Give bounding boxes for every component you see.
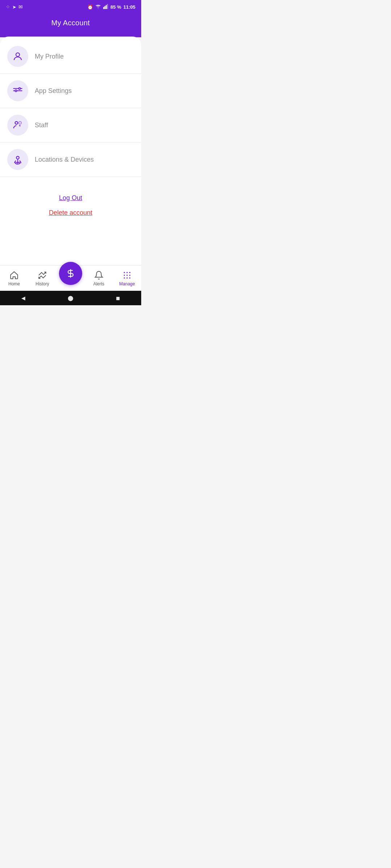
svg-point-16	[124, 272, 125, 273]
wifi-icon	[95, 4, 101, 10]
page-header: My Account	[0, 13, 141, 37]
pay-fab-button[interactable]	[59, 262, 82, 285]
staff-icon	[12, 120, 23, 131]
nav-label-alerts: Alerts	[93, 281, 105, 286]
action-buttons: Log Out Delete account	[0, 180, 141, 224]
menu-item-staff[interactable]: Staff	[0, 108, 141, 142]
svg-point-19	[124, 275, 125, 276]
logout-button[interactable]: Log Out	[59, 194, 82, 202]
menu-item-locations-devices[interactable]: Locations & Devices	[0, 142, 141, 177]
nav-label-manage: Manage	[119, 281, 135, 286]
svg-rect-2	[106, 5, 107, 9]
nav-item-home[interactable]: Home	[3, 271, 26, 286]
location-icon-circle	[7, 149, 28, 170]
bottom-nav: Home History Alerts	[0, 265, 141, 291]
svg-point-5	[15, 90, 17, 92]
svg-point-11	[15, 122, 18, 124]
send-icon: ➤	[12, 4, 16, 10]
nav-label-home: Home	[8, 281, 20, 286]
svg-point-4	[16, 53, 20, 56]
manage-icon	[122, 271, 132, 280]
battery-text: 85 %	[110, 4, 121, 10]
svg-rect-1	[105, 6, 106, 9]
menu-label-locations-devices: Locations & Devices	[35, 156, 94, 163]
svg-point-22	[124, 277, 125, 278]
svg-rect-0	[103, 7, 104, 9]
nav-item-manage[interactable]: Manage	[115, 271, 139, 286]
time-text: 11:05	[123, 4, 135, 10]
menu-item-app-settings[interactable]: App Settings	[0, 74, 141, 108]
back-button[interactable]: ◀	[21, 295, 25, 301]
svg-rect-3	[107, 4, 108, 9]
settings-icon	[12, 85, 23, 96]
grid-icon: ⁘	[6, 4, 10, 10]
profile-icon	[12, 51, 23, 62]
svg-point-17	[126, 272, 127, 273]
recents-button[interactable]: ◼	[116, 295, 120, 301]
nav-item-history[interactable]: History	[31, 271, 54, 286]
main-content: My Profile App Settings	[0, 37, 141, 282]
menu-label-my-profile: My Profile	[35, 53, 64, 60]
home-icon	[9, 271, 19, 280]
nav-item-pay[interactable]	[59, 262, 82, 288]
history-arrows-icon	[38, 271, 47, 280]
status-right-area: ⏰ 85 % 11:05	[87, 4, 135, 10]
delete-account-button[interactable]: Delete account	[49, 209, 92, 217]
menu-label-staff: Staff	[35, 122, 48, 129]
status-bar: ⁘ ➤ ✉ ⏰ 85 % 11:05	[0, 0, 141, 13]
svg-point-24	[129, 277, 130, 278]
system-nav-bar: ◀ ⬤ ◼	[0, 291, 141, 305]
menu-label-app-settings: App Settings	[35, 87, 72, 95]
settings-icon-circle	[7, 80, 28, 101]
staff-icon-circle	[7, 115, 28, 136]
status-left-icons: ⁘ ➤ ✉	[6, 4, 23, 10]
page-title: My Account	[0, 19, 141, 27]
svg-point-23	[126, 277, 127, 278]
home-button[interactable]: ⬤	[68, 295, 73, 301]
alarm-icon: ⏰	[87, 4, 93, 10]
svg-point-20	[126, 275, 127, 276]
svg-point-13	[16, 156, 19, 159]
signal-icon	[103, 4, 108, 10]
dollar-icon	[66, 268, 76, 278]
svg-point-18	[129, 272, 130, 273]
location-icon	[12, 154, 23, 165]
nav-item-alerts[interactable]: Alerts	[87, 271, 110, 286]
mail-icon: ✉	[18, 4, 23, 10]
svg-point-12	[19, 122, 22, 124]
menu-list: My Profile App Settings	[0, 37, 141, 180]
alerts-icon	[94, 271, 104, 280]
svg-point-6	[19, 88, 21, 89]
svg-point-21	[129, 275, 130, 276]
menu-item-my-profile[interactable]: My Profile	[0, 39, 141, 74]
nav-label-history: History	[35, 281, 49, 286]
profile-icon-circle	[7, 46, 28, 67]
